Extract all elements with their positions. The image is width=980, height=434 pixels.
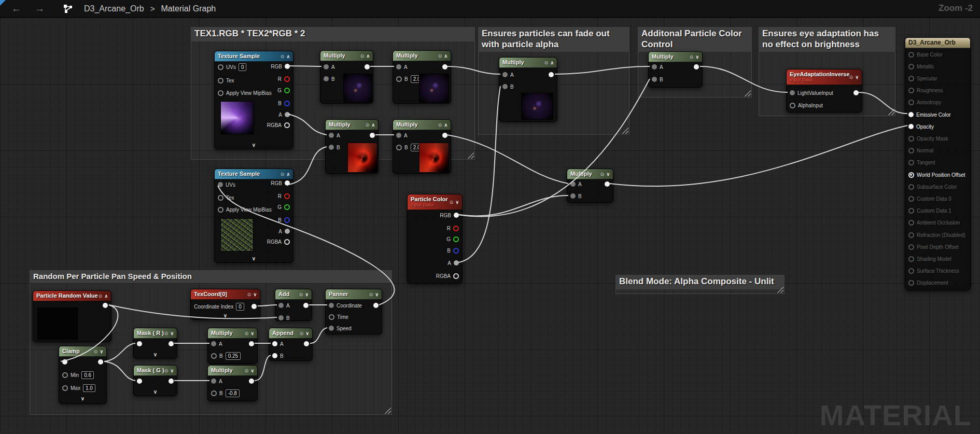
node-header[interactable]: Multiply⊙∧ [499, 58, 557, 68]
expand-chevron-icon[interactable]: ∨ [215, 143, 293, 148]
result-pin-Roughness[interactable] [908, 88, 914, 93]
input-pin-B[interactable] [278, 315, 284, 320]
output-pin-A[interactable] [285, 112, 290, 117]
output-pin-B[interactable] [284, 217, 290, 223]
output-pin-out[interactable] [442, 64, 447, 69]
node-header[interactable]: Panner⊙∨ [326, 289, 382, 300]
collapse-chevron-icon[interactable]: ∨ [170, 331, 174, 336]
collapse-chevron-icon[interactable]: ∨ [305, 331, 309, 336]
output-pin-RGB[interactable] [454, 213, 459, 218]
input-pin-Tex[interactable] [218, 195, 223, 201]
output-pin-out[interactable] [169, 379, 174, 384]
node-maskr[interactable]: Mask ( R )⊙∨∨ [133, 328, 177, 359]
output-pin-RGB[interactable] [285, 180, 290, 186]
input-pin-B[interactable] [211, 353, 217, 359]
node-m08[interactable]: Multiply⊙∨AB-0.8 [207, 365, 258, 401]
node-add[interactable]: Add⊙∨AB [275, 289, 312, 321]
collapse-chevron-icon[interactable]: ∧ [444, 53, 447, 59]
collapse-chevron-icon[interactable]: ∨ [253, 292, 257, 297]
output-pin-G[interactable] [284, 88, 290, 93]
collapse-chevron-icon[interactable]: ∧ [104, 293, 108, 299]
output-pin-out[interactable] [694, 64, 699, 69]
forward-button[interactable]: → [31, 1, 49, 17]
input-pin-B[interactable] [211, 390, 217, 396]
value-box[interactable]: 1.0 [83, 384, 95, 392]
node-m3[interactable]: Multiply⊙∧AB [325, 119, 379, 174]
output-pin-B[interactable] [453, 248, 459, 254]
output-pin-B[interactable] [284, 101, 290, 106]
node-header[interactable]: Multiply⊙∨ [649, 52, 702, 62]
input-pin-Max[interactable] [62, 385, 68, 391]
input-pin-A[interactable] [278, 303, 284, 308]
collapse-chevron-icon[interactable]: ∨ [170, 368, 174, 373]
input-pin-LightValueInput[interactable] [790, 90, 795, 95]
comment-resize-handle[interactable] [622, 127, 628, 134]
collapse-chevron-icon[interactable]: ∧ [444, 122, 447, 128]
input-pin-A[interactable] [396, 64, 401, 69]
comment-header[interactable]: Random Per Particle Pan Speed & Position [30, 270, 392, 283]
output-pin-RGBA[interactable] [284, 122, 290, 128]
comment-header[interactable]: Ensures particles can fade out with part… [478, 27, 629, 52]
comment-resize-handle[interactable] [744, 90, 751, 96]
node-maddit[interactable]: Multiply⊙∨AB [648, 51, 703, 88]
collapse-chevron-icon[interactable]: ∨ [375, 292, 379, 297]
output-pin-out[interactable] [304, 341, 309, 346]
collapse-chevron-icon[interactable]: ∨ [455, 200, 459, 205]
expand-chevron-icon[interactable]: ∨ [191, 313, 260, 318]
breadcrumb-asset[interactable]: D3_Arcane_Orb [84, 4, 144, 13]
comment-c5[interactable]: Blend Mode: Alpha Composite - Unlit [615, 275, 785, 294]
output-pin-RGBA[interactable] [284, 239, 290, 245]
result-pin-Tangent[interactable] [908, 160, 914, 165]
result-pin-Shading Model[interactable] [908, 256, 914, 262]
collapse-chevron-icon[interactable]: ∨ [695, 54, 699, 60]
comment-header[interactable]: Blend Mode: Alpha Composite - Unlit [615, 275, 785, 289]
node-header[interactable]: Particle Random Value⊙∧ [33, 291, 111, 301]
node-header[interactable]: Texture Sample⊙∧ [215, 169, 293, 179]
node-mfade[interactable]: Multiply⊙∧AB [499, 57, 557, 122]
output-pin-G[interactable] [284, 204, 290, 210]
node-header[interactable]: Texture Sample⊙∧ [215, 51, 293, 62]
output-pin-A[interactable] [454, 260, 459, 265]
result-pin-Surface Thickness[interactable] [908, 268, 914, 274]
expand-chevron-icon[interactable]: ∨ [134, 352, 177, 357]
input-pin-UVs[interactable] [218, 64, 223, 70]
value-box[interactable]: 0 [236, 303, 244, 311]
input-pin-Tex[interactable] [218, 78, 223, 83]
comment-resize-handle[interactable] [384, 407, 391, 414]
result-pin-Specular[interactable] [908, 76, 914, 81]
node-header[interactable]: Multiply⊙∨ [567, 169, 613, 179]
comment-header[interactable]: TEX1.RGB * TEX2*RGB * 2 [191, 27, 475, 41]
input-pin-B[interactable] [502, 84, 508, 89]
node-header[interactable]: TexCoord[0]⊙∨ [191, 289, 260, 300]
input-pin-Time[interactable] [329, 314, 334, 320]
output-pin-RGBA[interactable] [453, 273, 459, 279]
output-pin-RGB[interactable] [285, 64, 290, 69]
node-prv[interactable]: Particle Random Value⊙∧ [33, 290, 111, 342]
result-pin-Emissive Color[interactable] [908, 112, 914, 117]
output-pin-G[interactable] [453, 236, 459, 242]
input-pin-A[interactable] [329, 133, 334, 138]
output-pin-out[interactable] [251, 304, 257, 309]
node-midm[interactable]: Multiply⊙∨AB [567, 169, 613, 203]
node-header[interactable]: Particle ColorInput Data⊙∨ [408, 194, 462, 210]
input-pin-B[interactable] [324, 76, 329, 81]
node-maskg[interactable]: Mask ( G )⊙∨∨ [133, 365, 177, 396]
output-pin-out[interactable] [365, 64, 370, 69]
result-pin-Ambient Occlusion[interactable] [908, 220, 914, 226]
output-pin-R[interactable] [284, 193, 290, 199]
node-header[interactable]: Multiply⊙∧ [393, 51, 451, 61]
graph-canvas[interactable]: MATERIAL TEX1.RGB * TEX2*RGB * 2Ensures … [0, 18, 980, 434]
input-pin-UVs[interactable] [218, 182, 223, 187]
node-eye[interactable]: EyeAdaptationInverseInput Data⊙∨LightVal… [786, 69, 862, 113]
node-clamp[interactable]: Clamp⊙∨Min0.6Max1.0∨ [59, 346, 107, 404]
input-pin-A[interactable] [502, 72, 508, 77]
comment-resize-handle[interactable] [888, 108, 894, 115]
expand-chevron-icon[interactable]: ∨ [59, 396, 106, 401]
node-m025[interactable]: Multiply⊙∨AB0.25 [207, 328, 258, 364]
input-pin-B[interactable] [570, 193, 576, 199]
input-pin-Coordinate[interactable] [329, 303, 334, 308]
result-pin-Pixel Depth Offset[interactable] [908, 244, 914, 250]
collapse-chevron-icon[interactable]: ∧ [286, 172, 290, 177]
result-pin-Metallic[interactable] [908, 64, 914, 69]
input-pin-B[interactable] [329, 145, 334, 150]
